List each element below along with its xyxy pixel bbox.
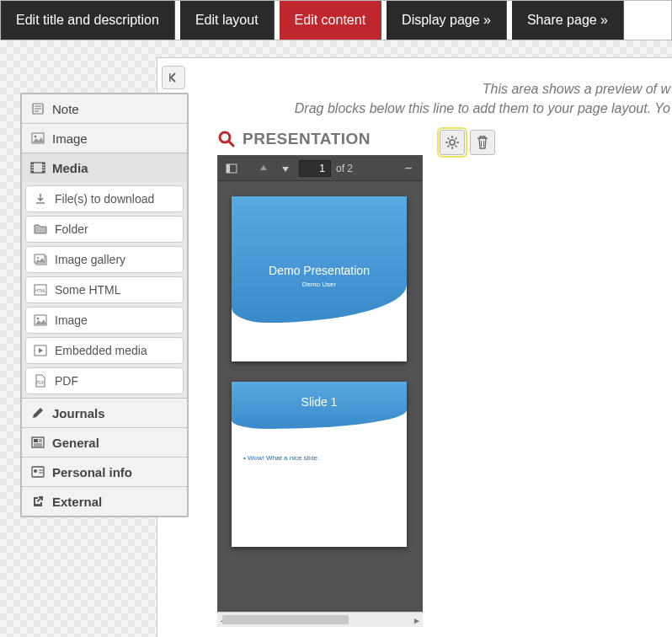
tab-edit-title[interactable]: Edit title and description — [1, 1, 175, 40]
sidebar-cat-label: Personal info — [52, 465, 132, 479]
sidebar-cat-media[interactable]: Media — [22, 153, 187, 182]
sidebar-item-gallery[interactable]: Image gallery — [25, 246, 184, 273]
arrow-left-icon — [168, 72, 179, 83]
delete-block-button[interactable] — [470, 130, 495, 155]
block-title: PRESENTATION — [243, 130, 371, 148]
pdf-page-count: of 2 — [336, 163, 353, 174]
tab-edit-layout[interactable]: Edit layout — [180, 1, 275, 40]
pdf-page-up[interactable] — [255, 160, 272, 177]
sidebar-cat-note[interactable]: Note — [22, 94, 187, 123]
sidebar-cat-external[interactable]: External — [22, 486, 187, 516]
scroll-right-icon[interactable]: ► — [411, 614, 423, 626]
sidebar-cat-journals[interactable]: Journals — [22, 398, 187, 427]
sidebar-item-html[interactable]: HTMLSome HTML — [25, 276, 184, 303]
pdf-page-down[interactable] — [277, 160, 294, 177]
pdf-page-input[interactable] — [299, 160, 331, 177]
hint-text: This area shows a preview of w Drag bloc… — [295, 79, 672, 118]
hint-line: Drag blocks below this line to add them … — [295, 99, 670, 118]
news-icon — [30, 435, 45, 450]
sidebar-cat-image[interactable]: Image — [22, 123, 187, 153]
svg-text:PDF: PDF — [36, 380, 45, 385]
blocks-sidebar: Note Image Media File(s) to download Fol… — [20, 93, 189, 517]
collapse-sidebar-button[interactable] — [162, 66, 185, 89]
svg-rect-9 — [32, 169, 34, 171]
search-icon[interactable] — [217, 130, 236, 148]
svg-point-19 — [37, 318, 40, 320]
sidebar-item-label: Image gallery — [55, 253, 125, 266]
sidebar-item-label: Embedded media — [55, 344, 147, 357]
sidebar-cat-label: External — [52, 495, 102, 509]
sidebar-item-image[interactable]: Image — [25, 307, 184, 334]
slide-bullet: Wow! What a nice slide. — [243, 454, 319, 462]
sidebar-cat-general[interactable]: General — [22, 427, 187, 457]
slide-title: Slide 1 — [232, 395, 407, 409]
svg-point-25 — [34, 469, 37, 473]
gear-icon — [445, 135, 460, 150]
svg-point-29 — [450, 140, 455, 145]
svg-rect-12 — [43, 169, 45, 171]
image-icon — [30, 131, 45, 146]
svg-rect-11 — [43, 167, 45, 169]
svg-point-15 — [37, 257, 39, 259]
folder-icon — [33, 222, 48, 236]
sidebar-cat-label: General — [52, 436, 99, 450]
slide-bg — [232, 196, 407, 323]
sidebar-item-label: Image — [55, 313, 88, 327]
presentation-block: PRESENTATION of 2 − Demo Presentation De… — [217, 130, 483, 627]
svg-rect-23 — [34, 439, 38, 442]
pdf-slide-2: Slide 1 Wow! What a nice slide. — [232, 382, 407, 547]
sidebar-cat-label: Note — [52, 102, 79, 116]
sidebar-item-label: File(s) to download — [55, 192, 154, 206]
pdf-pages[interactable]: Demo Presentation Demo User Slide 1 Wow!… — [218, 181, 422, 611]
pencil-icon — [30, 405, 45, 420]
pdf-viewer: of 2 − Demo Presentation Demo User Slide… — [217, 155, 423, 612]
idcard-icon — [30, 464, 45, 479]
image-icon — [33, 313, 48, 327]
pdf-zoom-out[interactable]: − — [400, 160, 417, 177]
sidebar-cat-label: Journals — [52, 406, 105, 420]
html-icon: HTML — [33, 283, 48, 297]
block-actions — [440, 130, 495, 155]
external-icon — [30, 494, 45, 509]
sidebar-cat-label: Media — [52, 161, 88, 175]
pdf-slide-1: Demo Presentation Demo User — [232, 196, 407, 361]
top-nav: Edit title and description Edit layout E… — [0, 0, 672, 40]
sidebar-media-subs: File(s) to download Folder Image gallery… — [22, 182, 187, 398]
svg-rect-24 — [32, 467, 44, 477]
hint-line: This area shows a preview of w — [295, 79, 670, 99]
sidebar-item-label: Folder — [55, 222, 88, 236]
pdf-icon: PDF — [33, 374, 48, 388]
download-icon — [33, 192, 48, 206]
slide-title: Demo Presentation — [232, 264, 407, 277]
sidebar-item-embed[interactable]: Embedded media — [25, 337, 184, 364]
pdf-sidebar-toggle[interactable] — [223, 160, 240, 177]
embed-icon — [33, 344, 48, 357]
media-icon — [30, 160, 45, 175]
gallery-icon — [33, 253, 48, 266]
tab-share-page[interactable]: Share page » — [512, 1, 624, 40]
tab-display-page[interactable]: Display page » — [387, 1, 507, 40]
slide-subtitle: Demo User — [232, 281, 407, 288]
trash-icon — [476, 135, 489, 150]
svg-rect-7 — [32, 164, 34, 166]
sidebar-cat-personal[interactable]: Personal info — [22, 457, 187, 486]
sidebar-item-files-download[interactable]: File(s) to download — [25, 185, 184, 212]
sidebar-item-folder[interactable]: Folder — [25, 216, 184, 243]
scroll-thumb[interactable] — [222, 615, 349, 624]
pdf-toolbar: of 2 − — [218, 156, 422, 181]
svg-rect-0 — [169, 73, 171, 82]
svg-rect-28 — [227, 164, 230, 173]
sidebar-item-label: PDF — [55, 374, 78, 388]
svg-rect-10 — [43, 164, 45, 166]
svg-rect-8 — [32, 167, 34, 169]
svg-point-3 — [35, 136, 37, 138]
tab-edit-content[interactable]: Edit content — [280, 1, 382, 40]
horizontal-scrollbar[interactable]: ◄ ► — [217, 612, 423, 627]
note-icon — [30, 101, 45, 116]
svg-text:HTML: HTML — [35, 288, 46, 293]
sidebar-cat-label: Image — [52, 131, 88, 146]
configure-block-button[interactable] — [440, 130, 465, 155]
sidebar-item-pdf[interactable]: PDFPDF — [25, 367, 184, 394]
sidebar-item-label: Some HTML — [55, 283, 121, 297]
